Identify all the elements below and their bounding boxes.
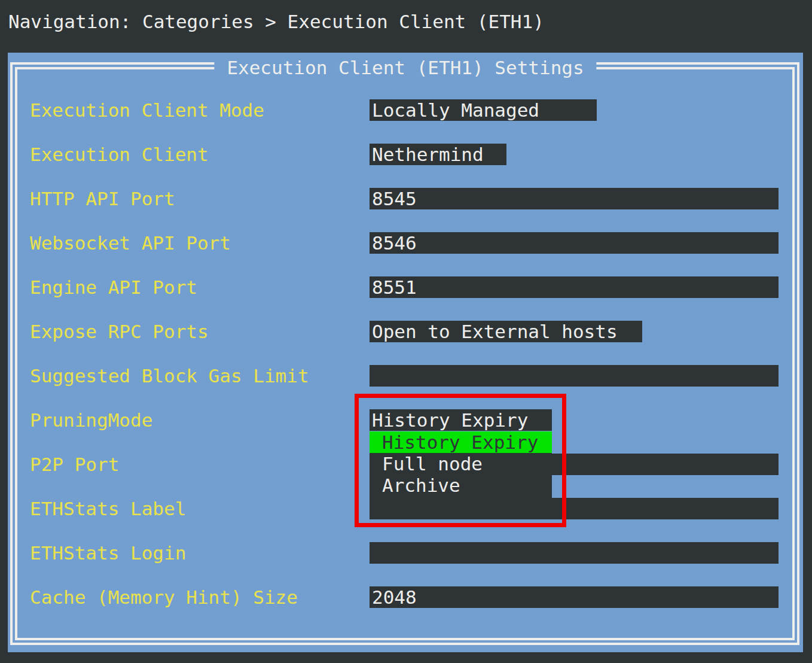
field-label-http-api-port: HTTP API Port <box>30 188 175 209</box>
field-execution-client-select[interactable]: Nethermind <box>370 144 506 165</box>
field-label-ethstats-label: ETHStats Label <box>30 498 186 519</box>
settings-dialog: Execution Client (ETH1) Settings Executi… <box>8 53 803 652</box>
field-expose-rpc-ports-select[interactable]: Open to External hosts <box>370 321 642 342</box>
field-label-expose-rpc-ports: Expose RPC Ports <box>30 321 209 342</box>
field-websocket-api-port-input[interactable]: 8546 <box>370 232 779 254</box>
dialog-title: Execution Client (ETH1) Settings <box>214 57 596 78</box>
settings-row-websocket-api-port: Websocket API Port8546 <box>8 232 803 254</box>
settings-row-ethstats-login: ETHStats Login <box>8 542 803 564</box>
settings-row-execution-client-mode: Execution Client ModeLocally Managed <box>8 99 803 121</box>
field-cache-memory-hint-size-input[interactable]: 2048 <box>370 586 779 608</box>
pruning-mode-dropdown: History ExpiryFull nodeArchive <box>370 431 552 518</box>
settings-form: Execution Client ModeLocally ManagedExec… <box>8 53 803 652</box>
field-ethstats-login-input[interactable] <box>370 542 779 564</box>
settings-row-expose-rpc-ports: Expose RPC PortsOpen to External hosts <box>8 321 803 342</box>
settings-row-execution-client: Execution ClientNethermind <box>8 144 803 165</box>
field-engine-api-port-input[interactable]: 8551 <box>370 276 779 298</box>
field-label-websocket-api-port: Websocket API Port <box>30 232 231 254</box>
dropdown-option-list: History ExpiryFull nodeArchive <box>370 431 552 496</box>
settings-row-engine-api-port: Engine API Port8551 <box>8 276 803 298</box>
dropdown-option-full-node[interactable]: Full node <box>370 453 552 475</box>
dropdown-option-history-expiry[interactable]: History Expiry <box>370 431 552 453</box>
field-label-execution-client-mode: Execution Client Mode <box>30 99 264 121</box>
field-pruningmode-select[interactable]: History Expiry <box>370 409 552 431</box>
navigation-breadcrumb: Navigation: Categories > Execution Clien… <box>8 11 544 32</box>
settings-row-cache-memory-hint-size: Cache (Memory Hint) Size2048 <box>8 586 803 608</box>
field-label-engine-api-port: Engine API Port <box>30 276 197 298</box>
field-suggested-block-gas-limit-input[interactable] <box>370 365 779 387</box>
field-label-ethstats-login: ETHStats Login <box>30 542 186 564</box>
terminal-screen: Navigation: Categories > Execution Clien… <box>0 0 812 663</box>
field-label-cache-memory-hint-size: Cache (Memory Hint) Size <box>30 586 298 608</box>
field-label-suggested-block-gas-limit: Suggested Block Gas Limit <box>30 365 309 387</box>
field-execution-client-mode-select[interactable]: Locally Managed <box>370 99 597 121</box>
field-label-pruningmode: PruningMode <box>30 409 152 431</box>
settings-row-suggested-block-gas-limit: Suggested Block Gas Limit <box>8 365 803 387</box>
field-label-p2p-port: P2P Port <box>30 454 119 475</box>
settings-row-pruningmode: PruningModeHistory Expiry <box>8 409 803 431</box>
field-label-execution-client: Execution Client <box>30 144 209 165</box>
dropdown-option-archive[interactable]: Archive <box>370 475 552 496</box>
field-http-api-port-input[interactable]: 8545 <box>370 188 779 209</box>
settings-row-http-api-port: HTTP API Port8545 <box>8 188 803 209</box>
